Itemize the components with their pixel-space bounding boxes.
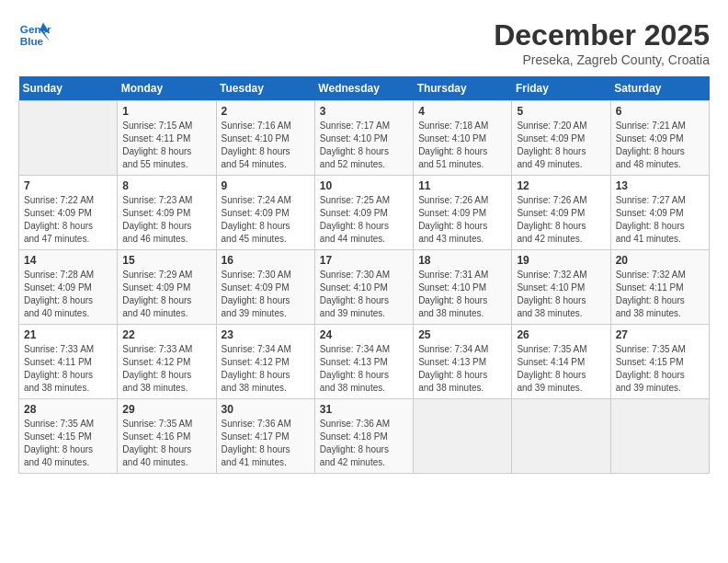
day-number: 11 [418,179,506,192]
weekday-header-row: SundayMondayTuesdayWednesdayThursdayFrid… [19,76,710,101]
calendar-cell: 3Sunrise: 7:17 AMSunset: 4:10 PMDaylight… [314,101,413,176]
calendar-cell: 25Sunrise: 7:34 AMSunset: 4:13 PMDayligh… [414,325,512,399]
day-info: Sunrise: 7:35 AMSunset: 4:14 PMDaylight:… [517,343,605,395]
day-info: Sunrise: 7:21 AMSunset: 4:09 PMDaylight:… [616,120,704,171]
day-number: 28 [24,403,112,416]
day-info: Sunrise: 7:31 AMSunset: 4:10 PMDaylight:… [418,269,506,320]
day-number: 13 [616,179,704,192]
day-info: Sunrise: 7:30 AMSunset: 4:09 PMDaylight:… [222,269,310,320]
day-number: 3 [320,105,408,118]
day-info: Sunrise: 7:34 AMSunset: 4:13 PMDaylight:… [418,343,506,395]
day-number: 25 [418,328,506,341]
day-number: 1 [122,105,210,118]
weekday-header-friday: Friday [512,76,610,101]
week-row-4: 21Sunrise: 7:33 AMSunset: 4:11 PMDayligh… [19,325,710,399]
day-info: Sunrise: 7:26 AMSunset: 4:09 PMDaylight:… [517,194,605,246]
day-number: 27 [616,328,704,341]
day-info: Sunrise: 7:25 AMSunset: 4:09 PMDaylight:… [320,194,408,246]
weekday-header-saturday: Saturday [610,76,709,101]
day-info: Sunrise: 7:32 AMSunset: 4:11 PMDaylight:… [616,269,704,320]
calendar-cell: 19Sunrise: 7:32 AMSunset: 4:10 PMDayligh… [512,250,610,325]
day-number: 23 [222,328,310,341]
weekday-header-tuesday: Tuesday [216,76,314,101]
day-number: 7 [24,179,112,192]
location-subtitle: Preseka, Zagreb County, Croatia [494,52,710,67]
day-number: 15 [122,254,210,267]
calendar-cell: 2Sunrise: 7:16 AMSunset: 4:10 PMDaylight… [216,101,314,176]
day-number: 17 [320,254,408,267]
day-number: 30 [222,403,310,416]
day-info: Sunrise: 7:33 AMSunset: 4:12 PMDaylight:… [122,343,210,395]
calendar-cell: 8Sunrise: 7:23 AMSunset: 4:09 PMDaylight… [118,176,216,250]
day-number: 9 [222,179,310,192]
weekday-header-monday: Monday [118,76,216,101]
day-number: 18 [418,254,506,267]
day-info: Sunrise: 7:35 AMSunset: 4:15 PMDaylight:… [616,343,704,395]
svg-text:Blue: Blue [20,35,44,47]
calendar-cell: 11Sunrise: 7:26 AMSunset: 4:09 PMDayligh… [414,176,512,250]
day-number: 8 [122,179,210,192]
week-row-3: 14Sunrise: 7:28 AMSunset: 4:09 PMDayligh… [19,250,710,325]
calendar-cell [610,399,709,474]
day-number: 22 [122,328,210,341]
day-number: 19 [517,254,605,267]
day-info: Sunrise: 7:26 AMSunset: 4:09 PMDaylight:… [418,194,506,246]
day-number: 16 [222,254,310,267]
day-info: Sunrise: 7:23 AMSunset: 4:09 PMDaylight:… [122,194,210,246]
title-section: December 2025 Preseka, Zagreb County, Cr… [494,18,710,67]
logo-icon: General Blue [18,18,51,52]
day-info: Sunrise: 7:36 AMSunset: 4:18 PMDaylight:… [320,418,408,469]
day-info: Sunrise: 7:20 AMSunset: 4:09 PMDaylight:… [517,120,605,171]
day-info: Sunrise: 7:32 AMSunset: 4:10 PMDaylight:… [517,269,605,320]
calendar-cell [19,101,118,176]
calendar-cell: 29Sunrise: 7:35 AMSunset: 4:16 PMDayligh… [118,399,216,474]
calendar-cell: 13Sunrise: 7:27 AMSunset: 4:09 PMDayligh… [610,176,709,250]
day-info: Sunrise: 7:33 AMSunset: 4:11 PMDaylight:… [24,343,112,395]
day-number: 4 [418,105,506,118]
logo: General Blue [18,18,51,52]
day-number: 12 [517,179,605,192]
calendar-cell: 17Sunrise: 7:30 AMSunset: 4:10 PMDayligh… [314,250,413,325]
day-number: 6 [616,105,704,118]
week-row-1: 1Sunrise: 7:15 AMSunset: 4:11 PMDaylight… [19,101,710,176]
calendar-cell: 18Sunrise: 7:31 AMSunset: 4:10 PMDayligh… [414,250,512,325]
day-number: 5 [517,105,605,118]
weekday-header-sunday: Sunday [19,76,118,101]
weekday-header-wednesday: Wednesday [314,76,413,101]
day-number: 21 [24,328,112,341]
day-info: Sunrise: 7:36 AMSunset: 4:17 PMDaylight:… [222,418,310,469]
calendar-cell: 30Sunrise: 7:36 AMSunset: 4:17 PMDayligh… [216,399,314,474]
day-number: 31 [320,403,408,416]
calendar-cell: 7Sunrise: 7:22 AMSunset: 4:09 PMDaylight… [19,176,118,250]
calendar-cell [512,399,610,474]
calendar-cell: 27Sunrise: 7:35 AMSunset: 4:15 PMDayligh… [610,325,709,399]
day-info: Sunrise: 7:35 AMSunset: 4:15 PMDaylight:… [24,418,112,469]
day-info: Sunrise: 7:29 AMSunset: 4:09 PMDaylight:… [122,269,210,320]
calendar-cell: 16Sunrise: 7:30 AMSunset: 4:09 PMDayligh… [216,250,314,325]
calendar-cell: 12Sunrise: 7:26 AMSunset: 4:09 PMDayligh… [512,176,610,250]
day-number: 24 [320,328,408,341]
calendar-cell: 21Sunrise: 7:33 AMSunset: 4:11 PMDayligh… [19,325,118,399]
day-info: Sunrise: 7:16 AMSunset: 4:10 PMDaylight:… [222,120,310,171]
calendar-cell: 24Sunrise: 7:34 AMSunset: 4:13 PMDayligh… [314,325,413,399]
day-number: 29 [122,403,210,416]
calendar-cell: 6Sunrise: 7:21 AMSunset: 4:09 PMDaylight… [610,101,709,176]
calendar-table: SundayMondayTuesdayWednesdayThursdayFrid… [18,76,710,474]
calendar-cell: 5Sunrise: 7:20 AMSunset: 4:09 PMDaylight… [512,101,610,176]
day-info: Sunrise: 7:18 AMSunset: 4:10 PMDaylight:… [418,120,506,171]
calendar-cell: 23Sunrise: 7:34 AMSunset: 4:12 PMDayligh… [216,325,314,399]
day-info: Sunrise: 7:35 AMSunset: 4:16 PMDaylight:… [122,418,210,469]
weekday-header-thursday: Thursday [414,76,512,101]
day-info: Sunrise: 7:15 AMSunset: 4:11 PMDaylight:… [122,120,210,171]
calendar-cell: 28Sunrise: 7:35 AMSunset: 4:15 PMDayligh… [19,399,118,474]
calendar-cell: 31Sunrise: 7:36 AMSunset: 4:18 PMDayligh… [314,399,413,474]
day-info: Sunrise: 7:22 AMSunset: 4:09 PMDaylight:… [24,194,112,246]
calendar-cell: 22Sunrise: 7:33 AMSunset: 4:12 PMDayligh… [118,325,216,399]
calendar-cell: 14Sunrise: 7:28 AMSunset: 4:09 PMDayligh… [19,250,118,325]
week-row-5: 28Sunrise: 7:35 AMSunset: 4:15 PMDayligh… [19,399,710,474]
day-number: 14 [24,254,112,267]
calendar-cell: 26Sunrise: 7:35 AMSunset: 4:14 PMDayligh… [512,325,610,399]
day-info: Sunrise: 7:30 AMSunset: 4:10 PMDaylight:… [320,269,408,320]
calendar-cell [414,399,512,474]
day-info: Sunrise: 7:17 AMSunset: 4:10 PMDaylight:… [320,120,408,171]
